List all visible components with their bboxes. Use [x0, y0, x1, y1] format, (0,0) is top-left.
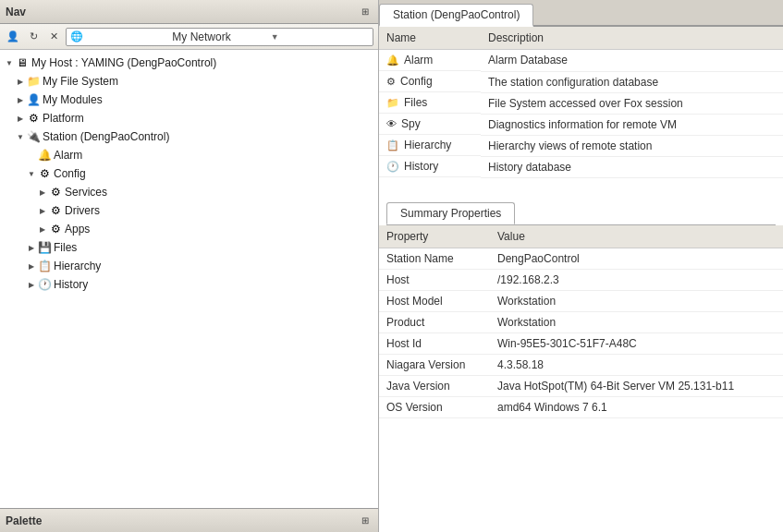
tree-label-history: History	[54, 278, 88, 291]
tree-icon-my-file-system: 📁	[26, 74, 41, 89]
summary-row-6: Java VersionJava HotSpot(TM) 64-Bit Serv…	[379, 375, 783, 396]
station-cell-desc-1: The station configuration database	[481, 71, 783, 92]
station-tab-bar: Station (DengPaoControl)	[379, 0, 783, 27]
tree-icon-config: ⚙	[37, 166, 52, 181]
station-tab[interactable]: Station (DengPaoControl)	[379, 4, 533, 27]
tree-icon-history: 🕐	[37, 277, 52, 292]
tree-icon-apps: ⚙	[48, 222, 63, 236]
dropdown-arrow-icon: ▼	[271, 32, 369, 42]
palette-footer: Palette ⊞	[0, 508, 378, 532]
tree-toggle-drivers[interactable]: ▶	[37, 205, 48, 216]
station-row-icon-0: 🔔	[386, 54, 399, 66]
tree-item-platform[interactable]: ▶⚙Platform	[0, 109, 378, 127]
network-input-container[interactable]: 🌐 My Network ▼	[66, 28, 373, 46]
tree-toggle-my-modules[interactable]: ▶	[15, 94, 26, 105]
palette-expand-icon[interactable]: ⊞	[358, 514, 373, 528]
tree-label-alarm: Alarm	[54, 149, 82, 162]
station-row-name-3: Spy	[401, 117, 421, 130]
tree-icon-alarm: 🔔	[37, 148, 52, 163]
summary-cell-property-5: Niagara Version	[379, 354, 490, 375]
tree-toggle-platform[interactable]: ▶	[15, 113, 26, 124]
tree-toggle-my-host[interactable]: ▼	[4, 57, 15, 68]
station-cell-desc-2: File System accessed over Fox session	[481, 92, 783, 114]
summary-cell-property-2: Host Model	[379, 290, 490, 311]
expand-icon[interactable]: ⊞	[358, 5, 373, 19]
summary-tab-label: Summary Properties	[400, 207, 501, 220]
tree-icon-hierarchy: 📋	[37, 259, 52, 273]
summary-row-7: OS Versionamd64 Windows 7 6.1	[379, 396, 783, 417]
station-row-0: 🔔AlarmAlarm Database	[379, 50, 783, 72]
station-cell-desc-4: Hierarchy views of remote station	[481, 135, 783, 156]
tree-item-files[interactable]: ▶💾Files	[0, 238, 378, 257]
station-cell-name-1: ⚙Config	[379, 71, 481, 92]
station-cell-desc-5: History database	[481, 156, 783, 177]
station-row-name-1: Config	[400, 75, 433, 88]
summary-row-1: Host/192.168.2.3	[379, 269, 783, 290]
profile-icon[interactable]: 👤	[5, 29, 21, 45]
station-cell-name-5: 🕐History	[379, 156, 481, 177]
tree-label-config: Config	[54, 167, 86, 180]
tree-toggle-files[interactable]: ▶	[26, 242, 37, 253]
tree-icon-my-host: 🖥	[15, 55, 30, 70]
globe-icon: 🌐	[70, 30, 168, 42]
station-col-description: Description	[481, 27, 783, 50]
summary-cell-value-4: Win-95E5-301C-51F7-A48C	[490, 332, 783, 354]
tree-item-station[interactable]: ▼🔌Station (DengPaoControl)	[0, 127, 378, 146]
tree-icon-my-modules: 👤	[26, 92, 41, 107]
summary-cell-value-6: Java HotSpot(TM) 64-Bit Server VM 25.131…	[490, 375, 783, 396]
station-row-5: 🕐HistoryHistory database	[379, 156, 783, 177]
tree-item-my-modules[interactable]: ▶👤My Modules	[0, 91, 378, 109]
tree-item-history[interactable]: ▶🕐History	[0, 275, 378, 294]
summary-col-property: Property	[379, 225, 490, 248]
station-row-icon-1: ⚙	[386, 76, 396, 88]
palette-title: Palette	[6, 514, 42, 527]
station-row-icon-2: 📁	[386, 97, 399, 109]
refresh-icon[interactable]: ↻	[25, 29, 42, 45]
tree-item-apps[interactable]: ▶⚙Apps	[0, 220, 378, 238]
close-icon[interactable]: ✕	[45, 29, 62, 45]
nav-tree: ▼🖥My Host : YAMING (DengPaoControl)▶📁My …	[0, 50, 378, 508]
tree-toggle-station[interactable]: ▼	[15, 131, 26, 142]
station-tab-label: Station (DengPaoControl)	[393, 8, 520, 21]
tree-label-my-host: My Host : YAMING (DengPaoControl)	[31, 56, 216, 69]
tree-label-platform: Platform	[43, 112, 84, 125]
nav-title: Nav	[6, 6, 26, 18]
tree-label-drivers: Drivers	[65, 204, 100, 217]
summary-tab-bar: Summary Properties	[386, 202, 776, 225]
tree-toggle-hierarchy[interactable]: ▶	[26, 260, 37, 272]
tree-item-my-host[interactable]: ▼🖥My Host : YAMING (DengPaoControl)	[0, 54, 378, 72]
summary-tab[interactable]: Summary Properties	[386, 202, 515, 224]
tree-toggle-config[interactable]: ▼	[26, 168, 37, 179]
summary-col-value: Value	[490, 225, 783, 248]
station-cell-name-4: 📋Hierarchy	[379, 135, 481, 156]
summary-header: Summary Properties	[379, 195, 783, 225]
tree-label-hierarchy: Hierarchy	[54, 260, 101, 272]
tree-item-config[interactable]: ▼⚙Config	[0, 164, 378, 183]
tree-toggle-apps[interactable]: ▶	[37, 224, 48, 235]
station-row-name-2: Files	[404, 96, 427, 109]
station-row-icon-3: 👁	[386, 118, 397, 129]
right-panel: Station (DengPaoControl) Name Descriptio…	[379, 0, 783, 532]
tree-item-drivers[interactable]: ▶⚙Drivers	[0, 201, 378, 220]
nav-header-icons: ⊞	[358, 5, 373, 19]
tree-icon-services: ⚙	[48, 185, 63, 200]
tree-toggle-alarm[interactable]	[26, 150, 37, 161]
tree-item-hierarchy[interactable]: ▶📋Hierarchy	[0, 257, 378, 275]
station-cell-desc-0: Alarm Database	[481, 50, 783, 72]
tree-label-station: Station (DengPaoControl)	[43, 130, 169, 143]
tree-toggle-services[interactable]: ▶	[37, 187, 48, 198]
tree-toggle-history[interactable]: ▶	[26, 279, 37, 290]
summary-cell-value-3: Workstation	[490, 311, 783, 332]
summary-row-0: Station NameDengPaoControl	[379, 248, 783, 269]
tree-item-services[interactable]: ▶⚙Services	[0, 183, 378, 201]
station-cell-name-2: 📁Files	[379, 92, 481, 114]
tree-item-my-file-system[interactable]: ▶📁My File System	[0, 72, 378, 91]
tree-icon-platform: ⚙	[26, 111, 41, 126]
tree-toggle-my-file-system[interactable]: ▶	[15, 76, 26, 87]
section-gap	[379, 178, 783, 195]
summary-cell-property-4: Host Id	[379, 332, 490, 354]
tree-item-alarm[interactable]: 🔔Alarm	[0, 146, 378, 164]
summary-cell-property-7: OS Version	[379, 396, 490, 417]
station-row-4: 📋HierarchyHierarchy views of remote stat…	[379, 135, 783, 156]
summary-row-4: Host IdWin-95E5-301C-51F7-A48C	[379, 332, 783, 354]
